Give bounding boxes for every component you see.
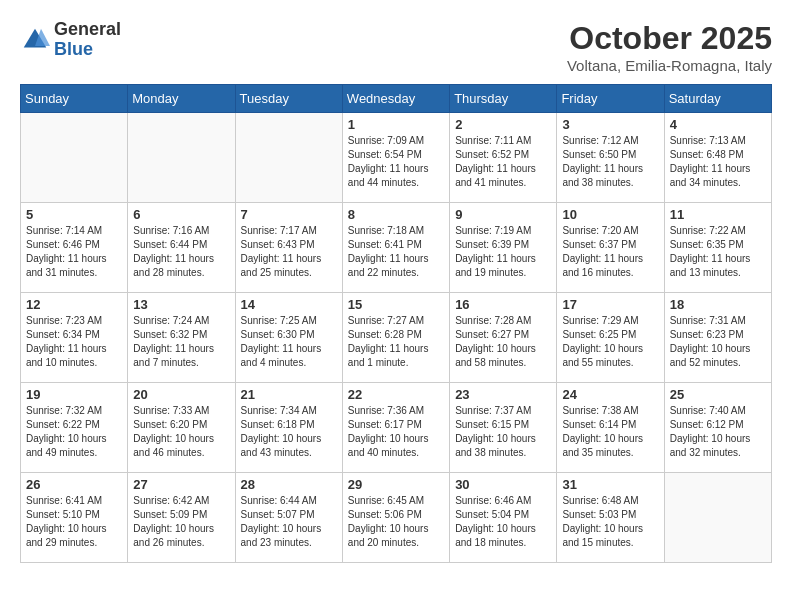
day-info: Sunrise: 6:45 AM Sunset: 5:06 PM Dayligh…	[348, 494, 444, 550]
calendar-day-cell: 14Sunrise: 7:25 AM Sunset: 6:30 PM Dayli…	[235, 293, 342, 383]
calendar-day-cell: 2Sunrise: 7:11 AM Sunset: 6:52 PM Daylig…	[450, 113, 557, 203]
day-info: Sunrise: 7:33 AM Sunset: 6:20 PM Dayligh…	[133, 404, 229, 460]
calendar-day-cell: 16Sunrise: 7:28 AM Sunset: 6:27 PM Dayli…	[450, 293, 557, 383]
day-number: 14	[241, 297, 337, 312]
day-number: 18	[670, 297, 766, 312]
calendar-day-cell: 25Sunrise: 7:40 AM Sunset: 6:12 PM Dayli…	[664, 383, 771, 473]
day-number: 24	[562, 387, 658, 402]
day-info: Sunrise: 7:32 AM Sunset: 6:22 PM Dayligh…	[26, 404, 122, 460]
day-number: 12	[26, 297, 122, 312]
calendar-day-cell: 23Sunrise: 7:37 AM Sunset: 6:15 PM Dayli…	[450, 383, 557, 473]
day-info: Sunrise: 7:36 AM Sunset: 6:17 PM Dayligh…	[348, 404, 444, 460]
day-info: Sunrise: 6:42 AM Sunset: 5:09 PM Dayligh…	[133, 494, 229, 550]
day-info: Sunrise: 7:38 AM Sunset: 6:14 PM Dayligh…	[562, 404, 658, 460]
weekday-header-row: SundayMondayTuesdayWednesdayThursdayFrid…	[21, 85, 772, 113]
day-number: 21	[241, 387, 337, 402]
calendar-day-cell: 29Sunrise: 6:45 AM Sunset: 5:06 PM Dayli…	[342, 473, 449, 563]
calendar-week-row: 19Sunrise: 7:32 AM Sunset: 6:22 PM Dayli…	[21, 383, 772, 473]
calendar-day-cell: 13Sunrise: 7:24 AM Sunset: 6:32 PM Dayli…	[128, 293, 235, 383]
day-number: 11	[670, 207, 766, 222]
logo-text: General Blue	[54, 20, 121, 60]
day-info: Sunrise: 7:29 AM Sunset: 6:25 PM Dayligh…	[562, 314, 658, 370]
calendar-day-cell: 17Sunrise: 7:29 AM Sunset: 6:25 PM Dayli…	[557, 293, 664, 383]
weekday-header: Sunday	[21, 85, 128, 113]
calendar-day-cell: 20Sunrise: 7:33 AM Sunset: 6:20 PM Dayli…	[128, 383, 235, 473]
logo-general: General	[54, 20, 121, 40]
day-number: 5	[26, 207, 122, 222]
day-number: 31	[562, 477, 658, 492]
logo: General Blue	[20, 20, 121, 60]
day-info: Sunrise: 7:12 AM Sunset: 6:50 PM Dayligh…	[562, 134, 658, 190]
calendar-day-cell: 15Sunrise: 7:27 AM Sunset: 6:28 PM Dayli…	[342, 293, 449, 383]
day-info: Sunrise: 7:23 AM Sunset: 6:34 PM Dayligh…	[26, 314, 122, 370]
calendar-day-cell: 3Sunrise: 7:12 AM Sunset: 6:50 PM Daylig…	[557, 113, 664, 203]
calendar-day-cell: 28Sunrise: 6:44 AM Sunset: 5:07 PM Dayli…	[235, 473, 342, 563]
calendar-day-cell: 30Sunrise: 6:46 AM Sunset: 5:04 PM Dayli…	[450, 473, 557, 563]
weekday-header: Saturday	[664, 85, 771, 113]
day-number: 10	[562, 207, 658, 222]
calendar-day-cell: 24Sunrise: 7:38 AM Sunset: 6:14 PM Dayli…	[557, 383, 664, 473]
day-number: 4	[670, 117, 766, 132]
day-number: 23	[455, 387, 551, 402]
calendar-day-cell: 22Sunrise: 7:36 AM Sunset: 6:17 PM Dayli…	[342, 383, 449, 473]
day-info: Sunrise: 7:11 AM Sunset: 6:52 PM Dayligh…	[455, 134, 551, 190]
calendar-day-cell: 10Sunrise: 7:20 AM Sunset: 6:37 PM Dayli…	[557, 203, 664, 293]
calendar-day-cell: 18Sunrise: 7:31 AM Sunset: 6:23 PM Dayli…	[664, 293, 771, 383]
month-title: October 2025	[567, 20, 772, 57]
day-info: Sunrise: 7:09 AM Sunset: 6:54 PM Dayligh…	[348, 134, 444, 190]
day-number: 29	[348, 477, 444, 492]
calendar-day-cell: 12Sunrise: 7:23 AM Sunset: 6:34 PM Dayli…	[21, 293, 128, 383]
day-info: Sunrise: 7:13 AM Sunset: 6:48 PM Dayligh…	[670, 134, 766, 190]
day-number: 27	[133, 477, 229, 492]
day-info: Sunrise: 7:14 AM Sunset: 6:46 PM Dayligh…	[26, 224, 122, 280]
calendar-day-cell	[128, 113, 235, 203]
calendar-day-cell	[664, 473, 771, 563]
day-info: Sunrise: 6:41 AM Sunset: 5:10 PM Dayligh…	[26, 494, 122, 550]
weekday-header: Monday	[128, 85, 235, 113]
calendar-day-cell: 5Sunrise: 7:14 AM Sunset: 6:46 PM Daylig…	[21, 203, 128, 293]
calendar-day-cell	[235, 113, 342, 203]
calendar-day-cell: 1Sunrise: 7:09 AM Sunset: 6:54 PM Daylig…	[342, 113, 449, 203]
weekday-header: Wednesday	[342, 85, 449, 113]
calendar-day-cell: 6Sunrise: 7:16 AM Sunset: 6:44 PM Daylig…	[128, 203, 235, 293]
day-number: 13	[133, 297, 229, 312]
day-number: 8	[348, 207, 444, 222]
calendar-day-cell	[21, 113, 128, 203]
day-info: Sunrise: 7:16 AM Sunset: 6:44 PM Dayligh…	[133, 224, 229, 280]
day-number: 16	[455, 297, 551, 312]
calendar-week-row: 12Sunrise: 7:23 AM Sunset: 6:34 PM Dayli…	[21, 293, 772, 383]
day-info: Sunrise: 7:20 AM Sunset: 6:37 PM Dayligh…	[562, 224, 658, 280]
day-number: 20	[133, 387, 229, 402]
day-info: Sunrise: 6:48 AM Sunset: 5:03 PM Dayligh…	[562, 494, 658, 550]
day-number: 3	[562, 117, 658, 132]
calendar-day-cell: 21Sunrise: 7:34 AM Sunset: 6:18 PM Dayli…	[235, 383, 342, 473]
day-number: 25	[670, 387, 766, 402]
calendar: SundayMondayTuesdayWednesdayThursdayFrid…	[20, 84, 772, 563]
day-info: Sunrise: 7:18 AM Sunset: 6:41 PM Dayligh…	[348, 224, 444, 280]
logo-icon	[20, 25, 50, 55]
day-info: Sunrise: 7:17 AM Sunset: 6:43 PM Dayligh…	[241, 224, 337, 280]
day-info: Sunrise: 7:22 AM Sunset: 6:35 PM Dayligh…	[670, 224, 766, 280]
calendar-week-row: 5Sunrise: 7:14 AM Sunset: 6:46 PM Daylig…	[21, 203, 772, 293]
weekday-header: Tuesday	[235, 85, 342, 113]
day-info: Sunrise: 7:34 AM Sunset: 6:18 PM Dayligh…	[241, 404, 337, 460]
calendar-day-cell: 27Sunrise: 6:42 AM Sunset: 5:09 PM Dayli…	[128, 473, 235, 563]
calendar-day-cell: 19Sunrise: 7:32 AM Sunset: 6:22 PM Dayli…	[21, 383, 128, 473]
day-info: Sunrise: 7:27 AM Sunset: 6:28 PM Dayligh…	[348, 314, 444, 370]
day-number: 19	[26, 387, 122, 402]
calendar-week-row: 1Sunrise: 7:09 AM Sunset: 6:54 PM Daylig…	[21, 113, 772, 203]
calendar-day-cell: 11Sunrise: 7:22 AM Sunset: 6:35 PM Dayli…	[664, 203, 771, 293]
weekday-header: Friday	[557, 85, 664, 113]
day-info: Sunrise: 7:25 AM Sunset: 6:30 PM Dayligh…	[241, 314, 337, 370]
day-info: Sunrise: 7:40 AM Sunset: 6:12 PM Dayligh…	[670, 404, 766, 460]
day-info: Sunrise: 6:46 AM Sunset: 5:04 PM Dayligh…	[455, 494, 551, 550]
logo-blue: Blue	[54, 40, 121, 60]
day-number: 26	[26, 477, 122, 492]
calendar-week-row: 26Sunrise: 6:41 AM Sunset: 5:10 PM Dayli…	[21, 473, 772, 563]
day-number: 22	[348, 387, 444, 402]
page-header: General Blue October 2025 Voltana, Emili…	[20, 20, 772, 74]
day-number: 9	[455, 207, 551, 222]
day-number: 15	[348, 297, 444, 312]
day-info: Sunrise: 7:31 AM Sunset: 6:23 PM Dayligh…	[670, 314, 766, 370]
day-info: Sunrise: 7:28 AM Sunset: 6:27 PM Dayligh…	[455, 314, 551, 370]
